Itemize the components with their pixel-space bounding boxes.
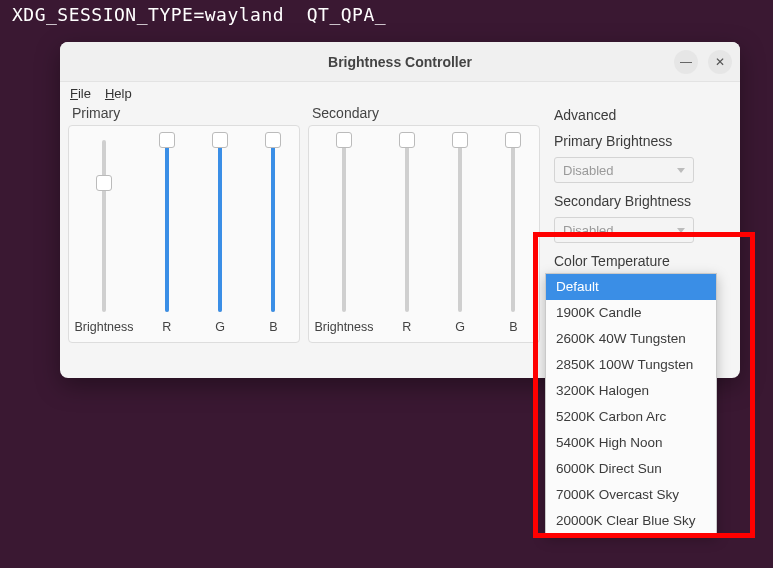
color-temp-option[interactable]: 20000K Clear Blue Sky <box>546 508 716 534</box>
menubar: File Help <box>60 82 740 103</box>
close-button[interactable]: ✕ <box>708 50 732 74</box>
color-temp-option[interactable]: 3200K Halogen <box>546 378 716 404</box>
secondary-brightness-label: Brightness <box>314 320 373 334</box>
color-temp-option[interactable]: 2850K 100W Tungsten <box>546 352 716 378</box>
primary-g-slider[interactable]: G <box>200 136 239 334</box>
secondary-brightness-combo[interactable]: Disabled <box>554 217 694 243</box>
primary-panel: Primary Brightness R G B <box>68 103 300 343</box>
primary-g-label: G <box>215 320 225 334</box>
chevron-down-icon <box>677 168 685 173</box>
close-icon: ✕ <box>715 55 725 69</box>
color-temperature-dropdown[interactable]: Default 1900K Candle 2600K 40W Tungsten … <box>545 273 717 535</box>
secondary-slider-box: Brightness R G B <box>308 125 540 343</box>
primary-brightness-combo[interactable]: Disabled <box>554 157 694 183</box>
color-temp-option[interactable]: 5200K Carbon Arc <box>546 404 716 430</box>
window-controls: — ✕ <box>674 50 732 74</box>
secondary-r-slider[interactable]: R <box>387 136 426 334</box>
primary-b-slider[interactable]: B <box>254 136 293 334</box>
primary-b-label: B <box>269 320 277 334</box>
primary-r-slider[interactable]: R <box>147 136 186 334</box>
primary-brightness-slider[interactable]: Brightness <box>75 136 133 334</box>
secondary-panel: Secondary Brightness R G B <box>308 103 540 343</box>
secondary-brightness-combo-value: Disabled <box>563 223 614 238</box>
color-temp-option[interactable]: 5400K High Noon <box>546 430 716 456</box>
primary-brightness-label: Brightness <box>74 320 133 334</box>
advanced-label: Advanced <box>554 107 722 123</box>
color-temp-option[interactable]: 1900K Candle <box>546 300 716 326</box>
secondary-g-label: G <box>455 320 465 334</box>
color-temp-option[interactable]: Default <box>546 274 716 300</box>
primary-brightness-combo-value: Disabled <box>563 163 614 178</box>
primary-r-label: R <box>162 320 171 334</box>
secondary-brightness-section-label: Secondary Brightness <box>554 193 722 209</box>
secondary-b-slider[interactable]: B <box>494 136 533 334</box>
menu-file[interactable]: File <box>70 86 91 101</box>
terminal-text: XDG_SESSION_TYPE=wayland QT_QPA_ <box>0 0 773 29</box>
secondary-g-slider[interactable]: G <box>440 136 479 334</box>
window-title: Brightness Controller <box>328 54 472 70</box>
secondary-brightness-slider[interactable]: Brightness <box>315 136 373 334</box>
chevron-down-icon <box>677 228 685 233</box>
secondary-r-label: R <box>402 320 411 334</box>
minimize-icon: — <box>680 55 692 69</box>
secondary-b-label: B <box>509 320 517 334</box>
secondary-label: Secondary <box>308 103 540 125</box>
color-temperature-label: Color Temperature <box>554 253 722 269</box>
color-temp-option[interactable]: 2600K 40W Tungsten <box>546 326 716 352</box>
primary-slider-box: Brightness R G B <box>68 125 300 343</box>
minimize-button[interactable]: — <box>674 50 698 74</box>
primary-brightness-section-label: Primary Brightness <box>554 133 722 149</box>
primary-label: Primary <box>68 103 300 125</box>
color-temp-option[interactable]: 6000K Direct Sun <box>546 456 716 482</box>
color-temp-option[interactable]: 7000K Overcast Sky <box>546 482 716 508</box>
titlebar[interactable]: Brightness Controller — ✕ <box>60 42 740 82</box>
menu-help[interactable]: Help <box>105 86 132 101</box>
